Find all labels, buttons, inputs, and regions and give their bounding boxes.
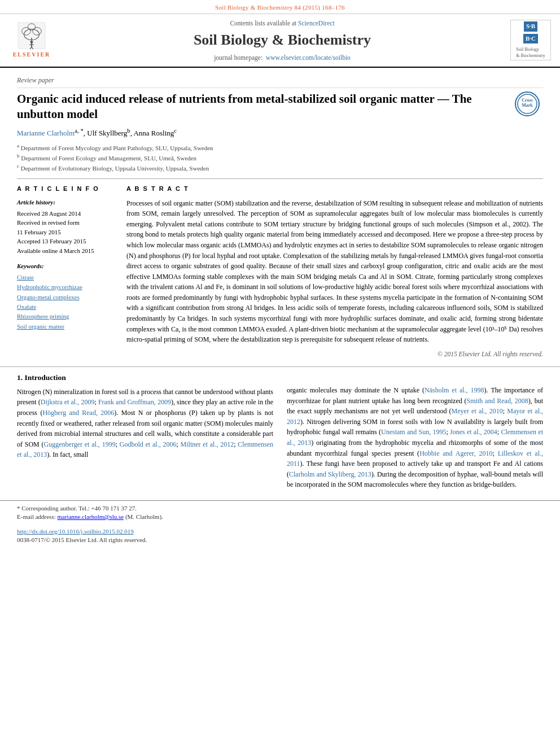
affiliation-b: b Department of Forest Ecology and Manag…	[17, 152, 543, 163]
ref-dijkstra[interactable]: Dijkstra et al., 2009	[41, 398, 95, 406]
journal-header-bar: Soil Biology & Biochemistry 84 (2015) 16…	[0, 0, 560, 14]
intro-section-title: 1. Introduction	[17, 373, 273, 383]
intro-paragraph-right: organic molecules may dominate the N upt…	[287, 385, 543, 490]
article-info-col: A R T I C L E I N F O Article history: R…	[17, 185, 113, 359]
homepage-line: journal homepage: www.elsevier.com/locat…	[61, 53, 504, 62]
elsevier-brand-text: ELSEVIER	[13, 51, 51, 59]
body-two-col: 1. Introduction Nitrogen (N) mineralizat…	[17, 373, 543, 495]
article-info-heading: A R T I C L E I N F O	[17, 185, 113, 193]
ref-hogberg[interactable]: Högberg and Read, 2006	[42, 409, 114, 417]
main-content: Review paper Organic acid induced releas…	[0, 68, 560, 366]
svg-point-6	[30, 41, 33, 44]
abstract-heading: A B S T R A C T	[126, 185, 543, 193]
keywords-block: Keywords: Citrate Hydrophobic mycorrhiza…	[17, 262, 113, 331]
abstract-text: Processes of soil organic matter (SOM) s…	[126, 198, 543, 345]
sciencedirect-link[interactable]: ScienceDirect	[298, 20, 335, 27]
article-history-block: Article history: Received 28 August 2014…	[17, 198, 113, 256]
crossmark-icon: Cross Mark	[515, 91, 540, 116]
body-section: 1. Introduction Nitrogen (N) mineralizat…	[0, 366, 560, 495]
online-date: Available online 4 March 2015	[17, 246, 113, 256]
revised-date: 11 February 2015	[17, 228, 113, 237]
author1-link[interactable]: Marianne Clarholm	[17, 129, 75, 137]
issn-line: 0038-0717/© 2015 Elsevier Ltd. All right…	[17, 536, 543, 544]
ref-frank[interactable]: Frank and Groffman, 2009	[98, 398, 171, 406]
elsevier-tree-icon	[15, 21, 49, 50]
keyword-organo-metal[interactable]: Organo-metal complexes	[17, 293, 113, 302]
email-line: E-mail address: marianne.clarholm@slu.se…	[17, 513, 543, 521]
ref-godbold[interactable]: Godbold et al., 2006	[120, 440, 177, 448]
keyword-rhizosphere[interactable]: Rhizosphere priming	[17, 312, 113, 321]
accepted-date: Accepted 13 February 2015	[17, 237, 113, 246]
intro-paragraph1: Nitrogen (N) mineralization in forest so…	[17, 387, 273, 460]
email-link[interactable]: marianne.clarholm@slu.se	[57, 513, 124, 520]
svg-text:Mark: Mark	[522, 103, 533, 108]
divider	[17, 178, 543, 179]
keyword-hydrophobic[interactable]: Hydrophobic mycorrhizae	[17, 283, 113, 291]
homepage-url[interactable]: www.elsevier.com/locate/soilbio	[266, 54, 351, 61]
ref-mayor[interactable]: Mayor et al., 2012	[287, 407, 543, 426]
body-right-col: organic molecules may dominate the N upt…	[287, 373, 543, 495]
ref-unestam[interactable]: Unestam and Sun, 1995	[381, 428, 446, 436]
ref-jones[interactable]: Jones et al., 2004	[450, 428, 497, 436]
ref-clarholm[interactable]: Clarholm and Skyliberg, 2013	[289, 470, 371, 478]
ref-nasholm[interactable]: Näsholm et al., 1998	[425, 386, 484, 394]
corresponding-author-note: * Corresponding author. Tel.: +46 70 171…	[17, 504, 543, 513]
journal-title: Soil Biology & Biochemistry	[61, 30, 504, 50]
doi-line: Soil Biology & Biochemistry 84 (2015) 16…	[215, 4, 345, 11]
authors-line: Marianne Clarholma, *, Ulf Skyllbergb, A…	[17, 126, 543, 139]
article-type-label: Review paper	[17, 76, 543, 88]
affiliation-a: a Department of Forest Mycology and Plan…	[17, 142, 543, 152]
header-section: ELSEVIER Contents lists available at Sci…	[0, 14, 560, 68]
article-info-abstract-cols: A R T I C L E I N F O Article history: R…	[17, 185, 543, 359]
keyword-oxalate[interactable]: Oxalate	[17, 303, 113, 311]
affiliations-block: a Department of Forest Mycology and Plan…	[17, 142, 543, 173]
footnote-section: * Corresponding author. Tel.: +46 70 171…	[0, 500, 560, 525]
abstract-col: A B S T R A C T Processes of soil organi…	[126, 185, 543, 359]
copyright-line: © 2015 Elsevier Ltd. All rights reserved…	[126, 350, 543, 359]
journal-logo-box: S·B B·C Soil Biology& Biochemistry	[510, 20, 551, 60]
ref-smith[interactable]: Smith and Read, 2008	[467, 397, 528, 405]
keywords-label: Keywords:	[17, 262, 113, 270]
elsevier-logo: ELSEVIER	[9, 21, 54, 59]
history-label: Article history:	[17, 198, 113, 207]
crossmark-badge: Cross Mark	[515, 91, 543, 120]
ref-lilleskov[interactable]: Lilleskov et al., 2011	[287, 449, 543, 468]
contents-line: Contents lists available at ScienceDirec…	[61, 19, 504, 28]
svg-text:Cross: Cross	[522, 98, 532, 103]
received-date: Received 28 August 2014	[17, 209, 113, 219]
doi-bottom: http://dx.doi.org/10.1016/j.soilbio.2015…	[0, 525, 560, 547]
body-left-col: 1. Introduction Nitrogen (N) mineralizat…	[17, 373, 273, 495]
ref-guggenberger[interactable]: Guggenberger et al., 1999	[44, 440, 116, 448]
revised-label: Received in revised form	[17, 218, 113, 228]
ref-miltner[interactable]: Miltner et al., 2012	[181, 440, 234, 448]
ref-hobbie[interactable]: Hobbie and Agerer, 2010	[419, 449, 492, 457]
doi-link[interactable]: http://dx.doi.org/10.1016/j.soilbio.2015…	[17, 528, 134, 535]
ref-meyer[interactable]: Meyer et al., 2010	[452, 407, 503, 415]
article-title: Organic acid induced release of nutrient…	[17, 91, 543, 123]
keyword-citrate[interactable]: Citrate	[17, 273, 113, 282]
header-center: Contents lists available at ScienceDirec…	[61, 19, 504, 62]
affiliation-c: c Department of Evolutionary Biology, Up…	[17, 163, 543, 173]
keyword-som[interactable]: Soil organic matter	[17, 322, 113, 331]
